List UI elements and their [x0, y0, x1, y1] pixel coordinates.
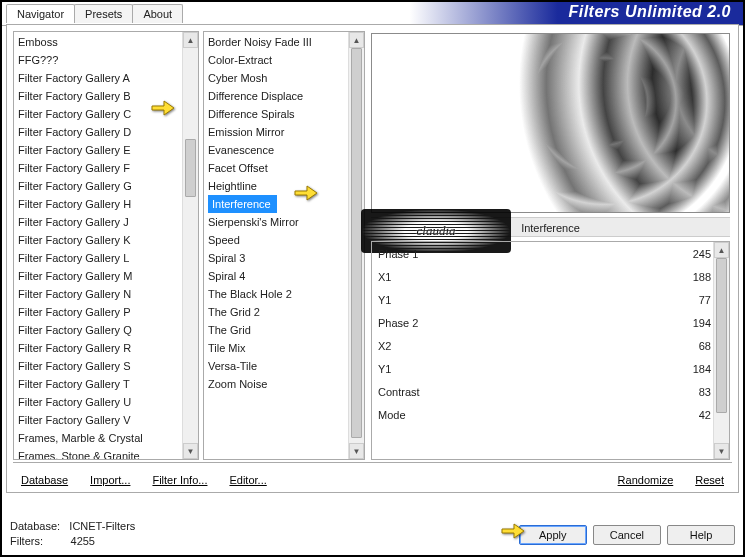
list-item[interactable]: Filter Factory Gallery K: [14, 231, 198, 249]
list-item[interactable]: Filter Factory Gallery R: [14, 339, 198, 357]
param-name: Mode: [378, 409, 661, 421]
tab-about[interactable]: About: [132, 4, 183, 23]
filter-preview: [371, 33, 730, 213]
parameter-row[interactable]: Phase 2194: [372, 311, 729, 334]
categories-scrollbar[interactable]: ▲ ▼: [182, 32, 198, 459]
list-item[interactable]: Filter Factory Gallery H: [14, 195, 198, 213]
app-title: Filters Unlimited 2.0: [568, 3, 731, 21]
list-item[interactable]: Evanescence: [204, 141, 364, 159]
parameter-row[interactable]: Mode42: [372, 403, 729, 426]
help-button[interactable]: Help: [667, 525, 735, 545]
list-item[interactable]: Spiral 4: [204, 267, 364, 285]
import-link[interactable]: Import...: [90, 474, 130, 486]
scroll-up-icon[interactable]: ▲: [714, 242, 729, 258]
list-item[interactable]: Filter Factory Gallery Q: [14, 321, 198, 339]
scroll-down-icon[interactable]: ▼: [183, 443, 198, 459]
parameter-row[interactable]: Phase 1245: [372, 242, 729, 265]
scroll-thumb[interactable]: [716, 258, 727, 413]
tab-strip: Navigator Presets About: [6, 4, 182, 23]
parameter-row[interactable]: X268: [372, 334, 729, 357]
reset-link[interactable]: Reset: [695, 474, 724, 486]
list-item[interactable]: Color-Extract: [204, 51, 364, 69]
param-name: Y1: [378, 294, 661, 306]
parameter-row[interactable]: Y1184: [372, 357, 729, 380]
param-value: 42: [661, 409, 711, 421]
list-item[interactable]: Filter Factory Gallery E: [14, 141, 198, 159]
list-item[interactable]: The Black Hole 2: [204, 285, 364, 303]
list-item[interactable]: Frames, Marble & Crystal: [14, 429, 198, 447]
list-item[interactable]: Versa-Tile: [204, 357, 364, 375]
scroll-up-icon[interactable]: ▲: [183, 32, 198, 48]
scroll-down-icon[interactable]: ▼: [349, 443, 364, 459]
footer-meta: Database: ICNET-Filters Filters: 4255: [10, 519, 135, 549]
param-value: 194: [661, 317, 711, 329]
list-item[interactable]: Filter Factory Gallery C: [14, 105, 198, 123]
list-item[interactable]: Difference Displace: [204, 87, 364, 105]
list-item[interactable]: Filter Factory Gallery F: [14, 159, 198, 177]
list-item[interactable]: Filter Factory Gallery A: [14, 69, 198, 87]
content-panel: EmbossFFG???Filter Factory Gallery AFilt…: [6, 24, 739, 493]
param-value: 184: [661, 363, 711, 375]
db-label: Database:: [10, 520, 60, 532]
list-item[interactable]: Filter Factory Gallery V: [14, 411, 198, 429]
list-item[interactable]: Filter Factory Gallery L: [14, 249, 198, 267]
list-item[interactable]: The Grid 2: [204, 303, 364, 321]
list-item[interactable]: Filter Factory Gallery B: [14, 87, 198, 105]
titlebar: Navigator Presets About Filters Unlimite…: [2, 2, 743, 26]
scroll-up-icon[interactable]: ▲: [349, 32, 364, 48]
list-item[interactable]: Frames, Stone & Granite: [14, 447, 198, 460]
list-item[interactable]: Filter Factory Gallery U: [14, 393, 198, 411]
list-item[interactable]: Filter Factory Gallery T: [14, 375, 198, 393]
list-item[interactable]: Emission Mirror: [204, 123, 364, 141]
tab-navigator[interactable]: Navigator: [6, 4, 75, 23]
scroll-down-icon[interactable]: ▼: [714, 443, 729, 459]
list-item[interactable]: Zoom Noise: [204, 375, 364, 393]
filters-count-value: 4255: [71, 535, 95, 547]
params-scrollbar[interactable]: ▲ ▼: [713, 242, 729, 459]
filter-info-link[interactable]: Filter Info...: [152, 474, 207, 486]
list-item[interactable]: FFG???: [14, 51, 198, 69]
cancel-button[interactable]: Cancel: [593, 525, 661, 545]
list-item[interactable]: Sierpenski's Mirror: [204, 213, 364, 231]
list-item[interactable]: Filter Factory Gallery J: [14, 213, 198, 231]
list-item[interactable]: Emboss: [14, 33, 198, 51]
list-item[interactable]: Filter Factory Gallery D: [14, 123, 198, 141]
list-item[interactable]: Spiral 3: [204, 249, 364, 267]
list-item[interactable]: Interference: [208, 195, 277, 213]
dialog-buttons: Apply Cancel Help: [519, 525, 735, 545]
list-item[interactable]: Speed: [204, 231, 364, 249]
parameter-row[interactable]: Y177: [372, 288, 729, 311]
list-item[interactable]: Heightline: [204, 177, 364, 195]
list-item[interactable]: Border Noisy Fade III: [204, 33, 364, 51]
parameter-panel: Phase 1245X1188Y177Phase 2194X268Y1184Co…: [371, 241, 730, 460]
editor-link[interactable]: Editor...: [229, 474, 266, 486]
list-item[interactable]: Filter Factory Gallery M: [14, 267, 198, 285]
parameter-row[interactable]: X1188: [372, 265, 729, 288]
list-item[interactable]: Filter Factory Gallery P: [14, 303, 198, 321]
list-item[interactable]: Filter Factory Gallery S: [14, 357, 198, 375]
list-item[interactable]: The Grid: [204, 321, 364, 339]
param-name: Phase 2: [378, 317, 661, 329]
categories-listbox[interactable]: EmbossFFG???Filter Factory Gallery AFilt…: [13, 31, 199, 460]
param-value: 188: [661, 271, 711, 283]
list-item[interactable]: Difference Spirals: [204, 105, 364, 123]
param-value: 245: [661, 248, 711, 260]
apply-button[interactable]: Apply: [519, 525, 587, 545]
param-value: 68: [661, 340, 711, 352]
list-item[interactable]: Cyber Mosh: [204, 69, 364, 87]
list-item[interactable]: Filter Factory Gallery G: [14, 177, 198, 195]
database-link[interactable]: Database: [21, 474, 68, 486]
list-item[interactable]: Filter Factory Gallery N: [14, 285, 198, 303]
scroll-thumb[interactable]: [185, 139, 196, 197]
db-value: ICNET-Filters: [69, 520, 135, 532]
tab-presets[interactable]: Presets: [74, 4, 133, 23]
randomize-link[interactable]: Randomize: [618, 474, 674, 486]
list-item[interactable]: Tile Mix: [204, 339, 364, 357]
filters-count-label: Filters:: [10, 535, 43, 547]
param-name: X1: [378, 271, 661, 283]
footer: Database: ICNET-Filters Filters: 4255 Ap…: [10, 499, 735, 549]
filters-listbox[interactable]: Border Noisy Fade IIIColor-ExtractCyber …: [203, 31, 365, 460]
param-name: Contrast: [378, 386, 661, 398]
list-item[interactable]: Facet Offset: [204, 159, 364, 177]
parameter-row[interactable]: Contrast83: [372, 380, 729, 403]
